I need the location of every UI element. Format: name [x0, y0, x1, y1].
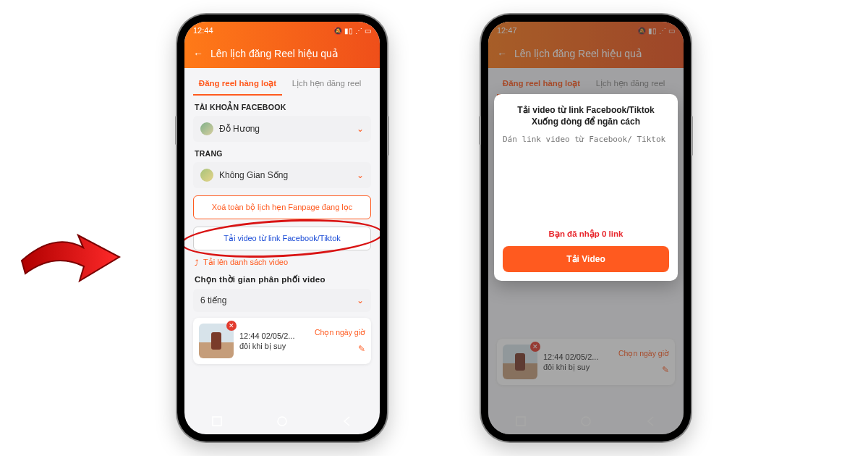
- video-item: ✕ 12:44 02/05/2... đôi khi bị suy Chọn n…: [193, 318, 371, 364]
- clock: 12:44: [193, 26, 213, 35]
- chevron-down-icon: ⌄: [357, 295, 364, 305]
- download-from-link-button[interactable]: Tải video từ link Facebook/Tiktok: [193, 227, 371, 250]
- interval-select[interactable]: 6 tiếng ⌄: [193, 289, 371, 312]
- item-timestamp: 12:44 02/05/2...: [239, 332, 309, 340]
- app-header: ← Lên lịch đăng Reel hiệu quả: [184, 39, 380, 68]
- bell-off-icon: 🔕: [333, 27, 342, 35]
- tab-schedule[interactable]: Lịch hẹn đăng reel: [282, 72, 371, 96]
- svg-point-1: [278, 417, 286, 426]
- tabs: Đăng reel hàng loạt Lịch hẹn đăng reel: [193, 72, 371, 96]
- upload-list-link[interactable]: ⤴ Tải lên danh sách video: [195, 258, 370, 267]
- back-icon[interactable]: ←: [193, 48, 203, 59]
- item-title: đôi khi bị suy: [239, 342, 309, 351]
- callout-arrow: [14, 217, 123, 290]
- download-link-modal: Tải video từ link Facebook/Tiktok Xuống …: [494, 94, 678, 281]
- page-title: Lên lịch đăng Reel hiệu quả: [210, 48, 339, 59]
- avatar-icon: [200, 169, 213, 182]
- account-value: Đỗ Hương: [219, 124, 260, 134]
- svg-rect-0: [213, 417, 221, 426]
- nav-home-icon[interactable]: [276, 415, 288, 427]
- thumbnail[interactable]: ✕: [199, 324, 234, 358]
- link-input[interactable]: [503, 135, 669, 221]
- remove-icon[interactable]: ✕: [226, 321, 237, 331]
- wifi-icon: ⋰: [355, 27, 362, 35]
- interval-value: 6 tiếng: [200, 295, 226, 305]
- status-icons: 🔕 ▮▯ ⋰ ▭: [333, 27, 371, 35]
- chevron-down-icon: ⌄: [357, 124, 364, 134]
- label-time: Chọn thời gian phân phối video: [195, 274, 370, 284]
- clear-schedule-button[interactable]: Xoá toàn bộ lịch hẹn Fanpage đang lọc: [193, 195, 371, 219]
- page-value: Không Gian Sống: [219, 170, 288, 180]
- status-bar: 12:44 🔕 ▮▯ ⋰ ▭: [184, 22, 380, 39]
- tab-bulk[interactable]: Đăng reel hàng loạt: [193, 72, 282, 96]
- page-select[interactable]: Không Gian Sống ⌄: [193, 162, 371, 188]
- phone-mockup-2: 12:47 🔕 ▮▯ ⋰ ▭ ← Lên lịch đăng Reel hiệu…: [481, 14, 691, 442]
- battery-icon: ▭: [365, 27, 371, 35]
- link-count-warning: Bạn đã nhập 0 link: [503, 229, 669, 239]
- label-account: TÀI KHOẢN FACEBOOK: [195, 103, 370, 111]
- download-video-button[interactable]: Tải Video: [503, 246, 669, 272]
- avatar-icon: [200, 122, 213, 135]
- signal-icon: ▮▯: [344, 27, 353, 35]
- pick-datetime-link[interactable]: Chọn ngày giờ: [315, 328, 365, 337]
- phone-mockup-1: 12:44 🔕 ▮▯ ⋰ ▭ ← Lên lịch đăng Reel hiệu…: [177, 14, 387, 442]
- account-select[interactable]: Đỗ Hương ⌄: [193, 116, 371, 142]
- nav-recent-icon[interactable]: [211, 415, 223, 427]
- android-navbar: [184, 408, 380, 434]
- nav-back-icon[interactable]: [341, 415, 353, 427]
- edit-icon[interactable]: ✎: [358, 344, 365, 354]
- label-page: TRANG: [195, 149, 370, 158]
- chevron-down-icon: ⌄: [357, 170, 364, 180]
- upload-icon: ⤴: [195, 258, 199, 267]
- modal-title: Tải video từ link Facebook/Tiktok Xuống …: [503, 104, 669, 127]
